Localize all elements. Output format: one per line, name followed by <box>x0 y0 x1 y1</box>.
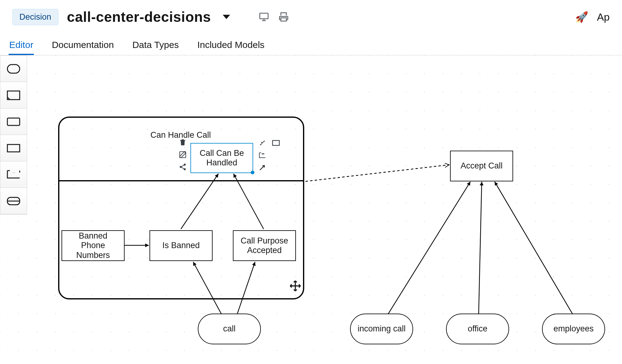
workspace: ⋯ <box>0 55 622 364</box>
node-call[interactable]: call <box>198 314 261 344</box>
node-is-banned[interactable]: Is Banned <box>150 230 213 261</box>
group-icon[interactable]: ⋯ <box>258 151 267 160</box>
monitor-icon[interactable] <box>258 11 269 22</box>
palette: ⋯ <box>0 55 27 215</box>
svg-rect-2 <box>7 65 20 73</box>
palette-input-data[interactable] <box>0 188 27 214</box>
arrow-up-right-icon[interactable] <box>258 163 267 172</box>
palette-annotation[interactable] <box>0 82 27 109</box>
node-label: employees <box>553 324 594 334</box>
svg-rect-4 <box>7 144 20 152</box>
tab-included-models[interactable]: Included Models <box>197 40 265 55</box>
share-icon[interactable] <box>178 162 187 172</box>
edit-icon[interactable] <box>178 150 187 159</box>
svg-point-20 <box>184 168 186 170</box>
trash-icon[interactable] <box>178 138 187 147</box>
palette-group[interactable]: ⋯ <box>0 161 27 188</box>
node-label: Call Can Be Handled <box>200 148 244 168</box>
group-divider <box>59 180 303 181</box>
node-incoming-call[interactable]: incoming call <box>350 314 413 344</box>
top-bar: Decision call-center-decisions 🚀 Ap <box>0 0 622 34</box>
rect-icon[interactable] <box>271 138 281 148</box>
node-label: Accept Call <box>461 161 503 171</box>
node-call-purpose-accepted[interactable]: Call Purpose Accepted <box>233 230 296 261</box>
tab-data-types[interactable]: Data Types <box>132 40 179 55</box>
svg-point-21 <box>261 144 261 145</box>
sparkle-icon[interactable] <box>258 138 267 148</box>
print-icon[interactable] <box>278 11 289 22</box>
node-label: Banned Phone Numbers <box>76 231 110 260</box>
context-toolbar-right: ⋯ <box>258 138 281 172</box>
rocket-icon[interactable]: 🚀 <box>575 11 588 23</box>
svg-point-22 <box>264 141 265 142</box>
tab-documentation[interactable]: Documentation <box>51 40 114 55</box>
node-call-can-be-handled[interactable]: Call Can Be Handled <box>190 143 253 173</box>
node-banned-phone-numbers[interactable]: Banned Phone Numbers <box>62 230 125 261</box>
node-label: incoming call <box>357 324 405 334</box>
svg-rect-24 <box>273 140 279 145</box>
node-employees[interactable]: employees <box>542 314 605 344</box>
node-label: office <box>468 324 487 334</box>
tab-bar: Editor Documentation Data Types Included… <box>0 34 622 55</box>
palette-decision-service[interactable] <box>0 56 27 82</box>
page-title: call-center-decisions <box>67 9 211 25</box>
node-label: Is Banned <box>162 241 200 250</box>
svg-point-23 <box>261 142 262 143</box>
decision-badge: Decision <box>12 9 58 25</box>
move-cursor-icon <box>289 280 301 294</box>
title-dropdown[interactable] <box>220 15 230 19</box>
chevron-down-icon <box>223 15 230 19</box>
node-label: Call Purpose Accepted <box>241 236 288 255</box>
svg-point-19 <box>184 164 186 166</box>
svg-text:⋯: ⋯ <box>12 171 15 174</box>
context-toolbar-left <box>178 138 187 172</box>
tab-editor[interactable]: Editor <box>9 40 34 55</box>
node-accept-call[interactable]: Accept Call <box>450 151 513 181</box>
svg-rect-3 <box>7 118 20 125</box>
svg-rect-0 <box>260 13 268 19</box>
svg-rect-1 <box>281 18 286 21</box>
node-label: call <box>223 324 236 334</box>
resize-handle-icon[interactable] <box>251 171 254 174</box>
palette-decision[interactable] <box>0 109 27 135</box>
svg-text:⋯: ⋯ <box>262 152 264 155</box>
palette-bkm[interactable] <box>0 135 27 161</box>
ap-label[interactable]: Ap <box>597 11 610 23</box>
node-office[interactable]: office <box>446 314 509 344</box>
